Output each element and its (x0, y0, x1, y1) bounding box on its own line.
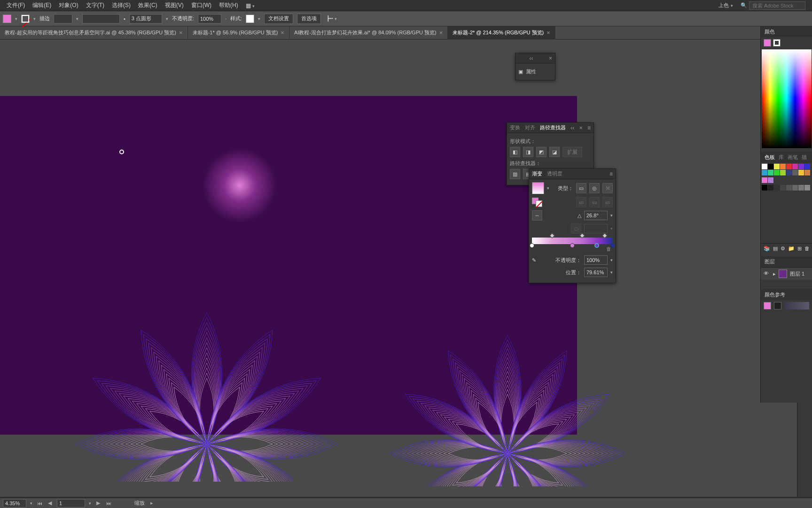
new-group-icon[interactable]: 📁 (788, 246, 795, 252)
close-icon[interactable]: × (281, 29, 284, 36)
search-stock[interactable]: 🔍 (737, 1, 809, 10)
intersect-icon[interactable]: ◩ (536, 147, 547, 157)
tab-transform[interactable]: 变换 (510, 124, 520, 131)
stroke-weight-input[interactable] (54, 14, 72, 24)
aspect-icon[interactable]: ⬭ (571, 223, 581, 234)
delete-swatch-icon[interactable]: 🗑 (804, 246, 810, 252)
collapse-icon[interactable]: ‹‹ (529, 55, 533, 62)
next-artboard-icon[interactable]: ▶ (95, 500, 102, 506)
guide-swatch[interactable] (774, 302, 781, 310)
gray-cell[interactable] (774, 185, 780, 190)
divide-icon[interactable]: ▥ (510, 169, 520, 179)
style-swatch[interactable] (246, 15, 254, 23)
unite-icon[interactable]: ◧ (510, 147, 520, 157)
opacity-more-icon[interactable]: › (225, 16, 226, 21)
swatch-menu-icon[interactable]: ▤ (773, 246, 778, 252)
tab-doc-2[interactable]: 未标题-1* @ 56.9% (RGB/GPU 预览)× (188, 26, 289, 40)
first-artboard-icon[interactable]: ⏮ (36, 500, 43, 506)
gradient-panel[interactable]: 渐变 透明度 ≡ ▾ 类型： ▭ ◎ ⁙ ▭ ▭ ▭ ↔ △ ▾ (529, 168, 616, 283)
swatch-cell[interactable] (774, 164, 780, 169)
gray-cell[interactable] (768, 185, 773, 190)
swatch-cell[interactable] (804, 164, 810, 169)
harmony-strip[interactable] (784, 302, 809, 310)
swatch-cell[interactable] (768, 170, 773, 175)
swatch-lib-icon[interactable]: 📚 (764, 246, 770, 252)
tab-pathfinder[interactable]: 路径查找器 (540, 124, 566, 131)
menu-file[interactable]: 文件(F) (3, 1, 29, 9)
eyedropper-icon[interactable]: ✎ (532, 257, 536, 263)
swatch-cell[interactable] (798, 164, 804, 169)
swatch-cell[interactable] (768, 164, 773, 169)
gray-cell[interactable] (786, 185, 792, 190)
radial-gradient-icon[interactable]: ◎ (589, 183, 600, 193)
tab-transparency[interactable]: 透明度 (547, 170, 562, 177)
tab-align[interactable]: 对齐 (525, 124, 535, 131)
swatch-cell[interactable] (780, 164, 786, 169)
document-setup-button[interactable]: 文档设置 (264, 14, 293, 24)
stroke-grad-3-icon[interactable]: ▭ (602, 197, 613, 207)
search-input[interactable] (749, 1, 805, 10)
tab-swatches[interactable]: 色板 (765, 154, 775, 161)
gray-cell[interactable] (798, 185, 804, 190)
menu-help[interactable]: 帮助(H) (215, 1, 242, 9)
menu-edit[interactable]: 编辑(E) (29, 1, 55, 9)
swatch-cell[interactable] (804, 170, 810, 175)
last-artboard-icon[interactable]: ⏭ (105, 500, 112, 506)
swatch-cell[interactable] (762, 164, 767, 169)
new-swatch-icon[interactable]: ⊞ (797, 246, 802, 252)
grad-opacity-input[interactable] (584, 255, 608, 265)
gradient-stop[interactable] (610, 243, 615, 248)
close-icon[interactable]: × (439, 29, 443, 36)
tab-doc-1[interactable]: 教程-超实用的等距视角技巧创意矛盾空间字.ai @ 45.38% (RGB/GP… (0, 26, 188, 40)
tool-menu-icon[interactable]: ▸ (148, 500, 155, 506)
menu-select[interactable]: 选择(S) (108, 1, 134, 9)
fill-mini-swatch[interactable] (764, 39, 771, 47)
stroke-grad-1-icon[interactable]: ▭ (576, 197, 586, 207)
menu-effect[interactable]: 效果(C) (134, 1, 161, 9)
tab-stroke[interactable]: 描 (802, 154, 807, 161)
color-panel-title[interactable]: 颜色 (761, 26, 812, 37)
visibility-icon[interactable]: 👁 (764, 270, 770, 277)
preferences-button[interactable]: 首选项 (297, 14, 321, 24)
color-spectrum[interactable] (762, 49, 812, 148)
expand-button[interactable]: 扩展 (562, 147, 582, 157)
gray-cell[interactable] (792, 185, 798, 190)
fill-swatch[interactable] (3, 15, 11, 23)
menu-type[interactable]: 文字(T) (82, 1, 108, 9)
swatch-cell[interactable] (762, 170, 767, 175)
stroke-mini-swatch[interactable] (773, 39, 781, 47)
menu-object[interactable]: 对象(O) (55, 1, 82, 9)
gray-cell[interactable] (762, 185, 767, 190)
swatch-grid-2[interactable] (761, 176, 812, 184)
canvas[interactable] (0, 40, 797, 497)
brush-profile[interactable] (129, 14, 162, 24)
align-icon[interactable]: ┣╍ ▾ (327, 16, 337, 22)
angle-input[interactable] (584, 211, 608, 220)
stroke-dash-input[interactable] (82, 14, 120, 24)
menu-icon[interactable]: ≡ (609, 171, 613, 177)
swatch-opts-icon[interactable]: ⚙ (781, 246, 785, 252)
close-icon[interactable]: × (179, 29, 183, 36)
tab-libraries[interactable]: 库 (779, 154, 784, 161)
swatch-cell[interactable] (798, 170, 804, 175)
color-guide-title[interactable]: 颜色参考 (761, 289, 812, 300)
linear-gradient-icon[interactable]: ▭ (576, 183, 586, 193)
tab-doc-3[interactable]: AI教程-混合打造梦幻花卉效果.ai* @ 84.09% (RGB/GPU 预览… (289, 26, 448, 40)
tab-gradient[interactable]: 渐变 (532, 170, 542, 177)
close-icon[interactable]: × (549, 55, 552, 62)
layer-row[interactable]: 👁 ▸ 图层 1 (761, 267, 812, 280)
swatch-cell[interactable] (792, 164, 798, 169)
expand-layer-icon[interactable]: ▸ (773, 271, 776, 277)
menu-icon[interactable]: ≡ (587, 125, 591, 131)
artboard-nav-input[interactable] (57, 499, 85, 508)
swatch-cell[interactable] (774, 170, 780, 175)
swatch-cell[interactable] (786, 170, 792, 175)
gray-swatches[interactable] (761, 184, 812, 191)
minus-front-icon[interactable]: ◨ (523, 147, 533, 157)
stroke-grad-2-icon[interactable]: ▭ (589, 197, 600, 207)
zoom-input[interactable] (3, 499, 26, 508)
gray-cell[interactable] (804, 185, 810, 190)
opacity-input[interactable] (198, 14, 221, 24)
swatch-cell[interactable] (792, 170, 798, 175)
gradient-stop[interactable] (594, 243, 599, 248)
